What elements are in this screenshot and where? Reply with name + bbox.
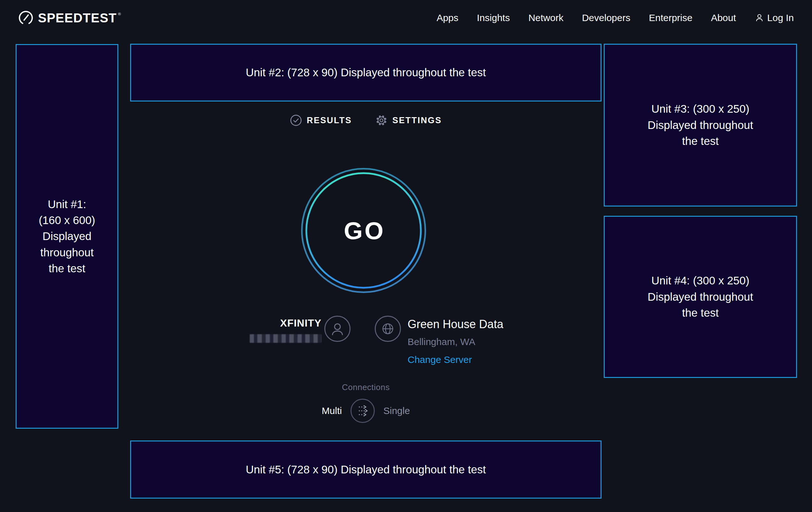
login-button[interactable]: Log In [755, 12, 794, 23]
main-nav: Apps Insights Network Developers Enterpr… [437, 12, 794, 23]
gauge-icon [18, 10, 33, 26]
person-icon [755, 13, 764, 23]
tab-settings-label: SETTINGS [392, 115, 442, 126]
nav-item-about[interactable]: About [711, 12, 736, 23]
tab-settings[interactable]: SETTINGS [375, 114, 442, 127]
redacted-ip-blur [250, 334, 321, 343]
ad-unit-3-label: Unit #3: (300 x 250) Displayed throughou… [648, 101, 753, 149]
nav-item-apps[interactable]: Apps [437, 12, 458, 23]
go-label: GO [301, 168, 427, 293]
login-label: Log In [767, 12, 794, 23]
connections-toggle-icon[interactable] [350, 398, 375, 423]
brand-text: SPEEDTEST [38, 11, 117, 25]
server-info: Green House Data Bellingham, WA Change S… [408, 318, 503, 365]
ad-unit-5: Unit #5: (728 x 90) Displayed throughout… [130, 440, 602, 498]
ad-unit-3: Unit #3: (300 x 250) Displayed throughou… [604, 44, 797, 207]
server-globe-icon [374, 315, 401, 342]
tab-results[interactable]: RESULTS [290, 114, 352, 127]
connections-heading: Connections [130, 382, 602, 392]
connections-option-multi[interactable]: Multi [322, 405, 342, 416]
ad-unit-2: Unit #2: (728 x 90) Displayed throughout… [130, 44, 602, 102]
trademark-mark: ® [118, 11, 121, 16]
connections-option-single[interactable]: Single [383, 405, 410, 416]
ad-unit-4: Unit #4: (300 x 250) Displayed throughou… [604, 216, 797, 378]
connections-toggle-row: Multi Single [130, 398, 602, 423]
server-name: Green House Data [408, 318, 503, 331]
ad-unit-2-label: Unit #2: (728 x 90) Displayed throughout… [246, 64, 486, 80]
ad-unit-1: Unit #1: (160 x 600) Displayed throughou… [16, 44, 118, 429]
nav-item-enterprise[interactable]: Enterprise [649, 12, 692, 23]
speedtest-logo[interactable]: SPEEDTEST ® [18, 10, 121, 26]
nav-item-insights[interactable]: Insights [477, 12, 510, 23]
ad-unit-5-label: Unit #5: (728 x 90) Displayed throughout… [246, 462, 486, 478]
check-circle-icon [290, 114, 302, 127]
server-location: Bellingham, WA [408, 336, 475, 347]
isp-info: XFINITY [242, 317, 321, 344]
isp-user-icon [324, 315, 351, 342]
ad-unit-4-label: Unit #4: (300 x 250) Displayed throughou… [648, 273, 753, 321]
go-button[interactable]: GO [301, 168, 427, 293]
isp-name: XFINITY [242, 317, 321, 329]
ad-unit-1-label: Unit #1: (160 x 600) Displayed throughou… [38, 196, 95, 277]
top-nav-bar: SPEEDTEST ® Apps Insights Network Develo… [0, 0, 812, 36]
view-tabs: RESULTS SETTINGS [130, 114, 602, 127]
change-server-link[interactable]: Change Server [408, 354, 472, 365]
brand-wordmark: SPEEDTEST ® [38, 11, 121, 25]
nav-item-network[interactable]: Network [528, 12, 563, 23]
speedtest-page: SPEEDTEST ® Apps Insights Network Develo… [0, 0, 812, 512]
tab-results-label: RESULTS [307, 115, 352, 126]
nav-item-developers[interactable]: Developers [582, 12, 631, 23]
gear-icon [375, 114, 387, 127]
